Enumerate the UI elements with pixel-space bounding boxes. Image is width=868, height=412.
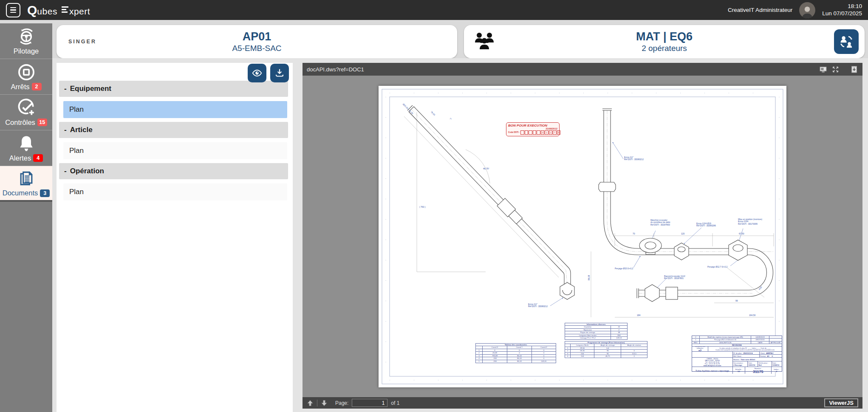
logged-user: CreativeIT Administrateur: [728, 7, 792, 13]
dimension-label: 70: [633, 232, 635, 235]
ref-client-label: Réf Client :: [733, 355, 742, 357]
doc-item-label: Plan: [69, 147, 84, 155]
doc-item-label: Plan: [69, 188, 84, 196]
drawing-annotation: Perçage Ø12,7 0/+0,2: [707, 266, 727, 268]
sidebar-item-arrets[interactable]: Arrêts 2: [0, 59, 52, 95]
stamp-code-box: 5: [557, 130, 561, 135]
machine-card: SINGER AP01 A5-EMB-SAC: [57, 25, 457, 58]
drawing-annotation: Ecrou G1"Réf DSTI : 3D080212: [528, 303, 548, 308]
download-icon: [274, 68, 285, 79]
format-label: Format :: [760, 355, 767, 357]
stamp-code-boxes: 31175: [520, 130, 560, 135]
dimension-label: 120: [681, 232, 684, 235]
titleblock-revisions: 2Modif des repères écrous (ajout perçage…: [692, 336, 782, 344]
sidebar-label: Documents: [3, 189, 38, 197]
client-label: Client :: [760, 352, 766, 354]
download-button[interactable]: [270, 64, 289, 82]
section-article[interactable]: - Article: [59, 122, 288, 138]
sidebar-item-controles[interactable]: Contrôles 15: [0, 95, 52, 130]
stamp-code-box: 1: [549, 130, 553, 135]
fullscreen-icon[interactable]: [832, 66, 839, 73]
stamp-code-box: [520, 130, 524, 135]
drawing-table-coords: Tableau des coordonnéesCoord XCoord YCoo…: [475, 343, 556, 363]
doc-item-equipement-plan[interactable]: Plan: [63, 101, 287, 118]
viewer-canvas[interactable]: BON POUR EXECUTION 21/08/2012 Code DSTI …: [303, 76, 862, 397]
viewerjs-brand[interactable]: ViewerJS: [824, 398, 858, 407]
hamburger-menu-icon[interactable]: [6, 3, 20, 17]
doc-item-article-plan[interactable]: Plan: [63, 142, 287, 159]
dimension-label: 99: [735, 299, 738, 302]
logo-e-icon: [62, 6, 68, 13]
stamp-code-label: Code DSTI :: [508, 131, 520, 133]
page-down-icon[interactable]: [321, 400, 328, 406]
stamp-code-box: 7: [553, 130, 557, 135]
stamp-title: BON POUR EXECUTION: [508, 124, 557, 127]
stock-label: N° de plan :: [733, 352, 743, 354]
team-subtitle: 2 opérateurs: [636, 44, 693, 53]
dimension-label: ( 763 ): [419, 206, 425, 208]
index-value: 2: [776, 370, 777, 372]
team-title: MAT | EQ6: [636, 30, 693, 43]
logo-q: Q: [27, 4, 37, 17]
section-label: Equipement: [70, 85, 111, 93]
page-up-icon[interactable]: [307, 400, 314, 406]
clock-date: Lun 07/07/2025: [822, 10, 862, 17]
viewer-toolbar: docAPI.dws?ref=DOC1: [303, 63, 862, 76]
date2-value: 13/08/10: [772, 364, 779, 366]
sidebar-badge: 2: [32, 83, 42, 90]
dimension-label: 46,75°: [483, 167, 489, 170]
dimension-label: 184: [637, 314, 640, 316]
collapse-marker: -: [64, 126, 67, 134]
drawing-table-infos: Informations diversesDiamètre25Epaisseur…: [565, 323, 628, 340]
document-viewer: docAPI.dws?ref=DOC1: [303, 63, 862, 409]
client-value: ABRPAC: [766, 352, 774, 354]
sidebar-item-documents[interactable]: Documents 3: [0, 166, 52, 202]
swap-operators-icon: [839, 34, 854, 49]
approval-stamp: BON POUR EXECUTION 21/08/2012 Code DSTI …: [506, 122, 560, 136]
drawing-number: 31175: [753, 370, 763, 374]
sidebar-badge: 3: [40, 189, 50, 197]
drawing-page: BON POUR EXECUTION 21/08/2012 Code DSTI …: [379, 86, 786, 387]
sidebar-label: Alertes: [9, 154, 31, 162]
note2: Ce plan reste la propriété exclusive de …: [709, 349, 781, 351]
collapse-marker: -: [64, 85, 67, 93]
stock-value: J5021212 A: [743, 352, 753, 354]
viewer-statusbar: Page: of 1 ViewerJS: [303, 397, 862, 409]
team-card: MAT | EQ6 2 opérateurs: [464, 25, 865, 58]
download-page-icon[interactable]: [851, 66, 857, 73]
dimension-label: 67,50: [739, 232, 744, 235]
date1-value: 13/01/10: [748, 364, 755, 366]
dimension-label: 86,08: [588, 275, 590, 280]
steering-wheel-sync-icon: [17, 27, 36, 46]
main-content: - Equipement Plan - Article Plan - Opéra…: [52, 58, 868, 412]
sidebar-item-alertes[interactable]: Alertes 4: [0, 130, 52, 166]
collapse-marker: -: [64, 167, 67, 175]
drawing-annotation: Ecrou G3/4 Ø19Réf DSTI : 3D080286: [696, 223, 716, 227]
drawing-annotation: Mise en position (monture)Ecrou G3/4Réf …: [738, 218, 762, 226]
documents-panel: - Equipement Plan - Article Plan - Opéra…: [57, 63, 293, 412]
operators-group-icon: [474, 31, 495, 52]
drawing-title: Tube hydrau retour capotage: [692, 367, 733, 374]
revisions-caption: REVISIONS: [732, 344, 742, 346]
section-label: Article: [70, 126, 93, 134]
documents-icon: [17, 169, 36, 188]
page-number-input[interactable]: [352, 399, 387, 407]
doc-item-operation-plan[interactable]: Plan: [63, 183, 287, 200]
swap-operators-button[interactable]: [834, 29, 859, 54]
section-operation[interactable]: - Opération: [59, 163, 288, 179]
check-add-icon: [17, 99, 36, 117]
stamp-date: 21/08/2012: [508, 127, 557, 130]
logo-cell: [692, 352, 733, 357]
sidebar-item-pilotage[interactable]: Pilotage: [0, 23, 52, 59]
machine-subtitle: A5-EMB-SAC: [232, 44, 281, 53]
avatar[interactable]: [799, 2, 815, 18]
section-label: Opération: [70, 167, 104, 175]
stamp-code-box: [525, 130, 529, 135]
material-value: Tube acier Ø33x1: [741, 358, 755, 361]
presentation-icon[interactable]: [820, 66, 827, 73]
stamp-code-box: [537, 130, 540, 135]
stop-icon: [17, 63, 36, 82]
sidebar-badge: 15: [37, 119, 47, 126]
section-equipement[interactable]: - Equipement: [59, 81, 288, 97]
preview-button[interactable]: [248, 64, 266, 82]
